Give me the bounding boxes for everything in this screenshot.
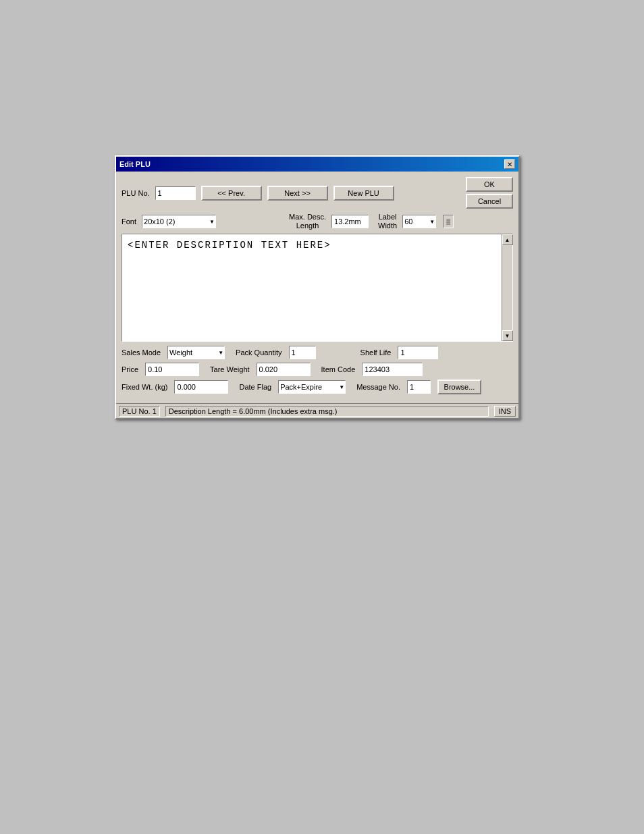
sales-mode-row: Sales Mode Weight Pack Quantity Shelf Li… bbox=[122, 346, 513, 359]
dialog-content: PLU No. << Prev. Next >> New PLU OK Canc… bbox=[116, 172, 518, 403]
fixed-wt-label: Fixed Wt. (kg) bbox=[122, 383, 167, 391]
plu-no-label: PLU No. bbox=[122, 189, 150, 197]
date-flag-wrapper[interactable]: Pack+Expire bbox=[278, 380, 346, 394]
label-width-spinner[interactable]: ▒ bbox=[443, 215, 454, 228]
pack-quantity-label: Pack Quantity bbox=[236, 348, 281, 357]
scroll-down-button[interactable]: ▼ bbox=[502, 330, 513, 341]
ok-button[interactable]: OK bbox=[466, 177, 513, 192]
max-desc-value bbox=[331, 215, 369, 228]
item-code-input[interactable] bbox=[362, 363, 423, 376]
description-text-inner[interactable]: <ENTER DESCRIPTION TEXT HERE> bbox=[122, 234, 502, 341]
font-select[interactable]: 20x10 (2) bbox=[142, 215, 216, 228]
browse-button[interactable]: Browse... bbox=[437, 380, 481, 394]
plu-info-status: PLU No. 1 bbox=[119, 406, 160, 417]
price-row: Price Tare Weight Item Code bbox=[122, 363, 513, 376]
plu-no-input[interactable] bbox=[155, 186, 196, 200]
sales-mode-label: Sales Mode bbox=[122, 348, 161, 357]
price-input[interactable] bbox=[145, 363, 199, 376]
pack-quantity-input[interactable] bbox=[289, 346, 316, 359]
font-label: Font bbox=[122, 217, 136, 226]
close-button[interactable]: ✕ bbox=[504, 159, 515, 169]
new-plu-button[interactable]: New PLU bbox=[333, 186, 394, 201]
tare-weight-input[interactable] bbox=[257, 363, 311, 376]
shelf-life-label: Shelf Life bbox=[360, 348, 392, 357]
cancel-button[interactable]: Cancel bbox=[466, 194, 513, 209]
fixed-wt-row: Fixed Wt. (kg) Date Flag Pack+Expire Mes… bbox=[122, 380, 513, 394]
label-width-label: LabelWidth bbox=[378, 213, 397, 230]
message-no-input[interactable] bbox=[407, 380, 431, 394]
price-label: Price bbox=[122, 365, 138, 373]
date-flag-select[interactable]: Pack+Expire bbox=[278, 380, 346, 394]
scroll-up-button[interactable]: ▲ bbox=[502, 234, 513, 245]
shelf-life-input[interactable] bbox=[398, 346, 438, 359]
next-button[interactable]: Next >> bbox=[267, 186, 328, 201]
plu-no-row: PLU No. << Prev. Next >> New PLU OK Canc… bbox=[122, 177, 513, 209]
sales-mode-wrapper[interactable]: Weight bbox=[167, 346, 225, 359]
title-bar: Edit PLU ✕ bbox=[116, 157, 518, 172]
font-row: Font 20x10 (2) Max. Desc.Length LabelWid… bbox=[122, 213, 513, 230]
date-flag-label: Date Flag bbox=[239, 383, 271, 391]
max-desc-label: Max. Desc.Length bbox=[289, 213, 326, 230]
description-text[interactable]: <ENTER DESCRIPTION TEXT HERE> bbox=[122, 234, 502, 256]
text-scrollbar[interactable]: ▲ ▼ bbox=[502, 234, 512, 341]
description-area: <ENTER DESCRIPTION TEXT HERE> ▲ ▼ bbox=[122, 234, 513, 342]
label-width-wrapper[interactable]: 60 bbox=[402, 215, 436, 228]
item-code-label: Item Code bbox=[321, 365, 356, 373]
font-select-wrapper[interactable]: 20x10 (2) bbox=[142, 215, 216, 228]
edit-plu-dialog: Edit PLU ✕ PLU No. << Prev. Next >> New … bbox=[115, 155, 520, 419]
ok-cancel-group: OK Cancel bbox=[466, 177, 513, 209]
dialog-title: Edit PLU bbox=[119, 160, 151, 168]
fixed-wt-input[interactable] bbox=[174, 380, 228, 394]
status-bar: PLU No. 1 Description Length = 6.00mm (I… bbox=[116, 403, 518, 418]
message-no-label: Message No. bbox=[356, 383, 400, 391]
label-width-select[interactable]: 60 bbox=[402, 215, 436, 228]
sales-mode-select[interactable]: Weight bbox=[167, 346, 225, 359]
prev-button[interactable]: << Prev. bbox=[201, 186, 262, 201]
scroll-track bbox=[502, 245, 512, 330]
tare-weight-label: Tare Weight bbox=[210, 365, 250, 373]
ins-badge: INS bbox=[494, 406, 516, 417]
description-info-status: Description Length = 6.00mm (Includes ex… bbox=[165, 406, 489, 417]
